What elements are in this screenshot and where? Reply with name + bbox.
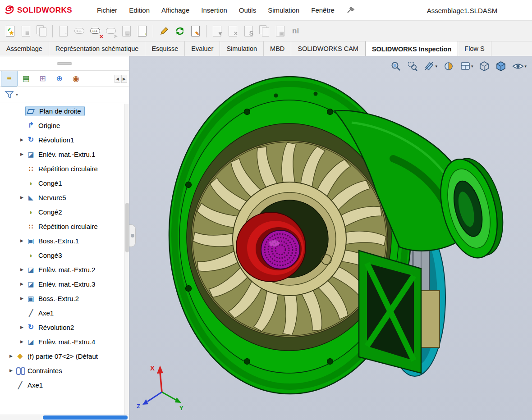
toolbar-separator xyxy=(206,25,206,37)
feature-label: Nervure5 xyxy=(38,194,66,201)
tab-representation-schematique[interactable]: Représentation schématique xyxy=(49,41,146,56)
tree-item-repetition-circulaire1[interactable]: Répétition circulaire xyxy=(0,161,129,176)
doc-pair-icon[interactable] xyxy=(257,23,272,39)
blower-assembly-model[interactable] xyxy=(129,56,532,420)
tree-vertical-scrollbar[interactable] xyxy=(124,104,129,415)
command-manager-tabs: Assemblage Représentation schématique Es… xyxy=(0,41,532,56)
tree-item-enlev-mat-extru4[interactable]: ▶Enlèv. mat.-Extru.4 xyxy=(0,334,129,349)
doc-archive-icon[interactable]: ▣ xyxy=(273,23,288,39)
graphics-viewport[interactable]: ▾ ▾ ▾ xyxy=(129,56,532,420)
tab-property-manager[interactable]: ▤ xyxy=(18,71,34,87)
view-orientation-icon[interactable] xyxy=(495,61,506,72)
tab-solidworks-cam[interactable]: SOLIDWORKS CAM xyxy=(291,41,365,56)
menu-edition[interactable]: Edition xyxy=(123,4,156,17)
tree-item-plan-de-droite[interactable]: Plan de droite xyxy=(0,104,129,118)
panel-resize-strip[interactable] xyxy=(0,56,129,71)
filter-caret-icon[interactable]: ▾ xyxy=(16,92,18,97)
new-inspection-project-icon[interactable]: ✓★ xyxy=(3,23,18,39)
tree-item-axe1-assembly[interactable]: Axe1 xyxy=(0,378,129,391)
tab-simulation[interactable]: Simulation xyxy=(220,41,264,56)
caret-down-icon[interactable]: ▾ xyxy=(435,64,437,68)
scroll-right-icon[interactable]: ▶ xyxy=(121,75,127,83)
cut-extrude-icon xyxy=(27,280,35,288)
expand-arrow-icon[interactable]: ▶ xyxy=(7,368,15,373)
tree-item-conge1[interactable]: Congé1 xyxy=(0,176,129,190)
tab-display-manager[interactable]: ◉ xyxy=(68,71,84,87)
tree-item-boss-extru2[interactable]: ▶Boss.-Extru.2 xyxy=(0,291,129,306)
expand-arrow-icon[interactable]: ▶ xyxy=(18,137,26,142)
expand-arrow-icon[interactable]: ▶ xyxy=(7,354,15,358)
tree-item-conge2[interactable]: Congé2 xyxy=(0,205,129,219)
tree-item-revolution1[interactable]: ▶Révolution1 xyxy=(0,132,129,147)
expand-arrow-icon[interactable]: ▶ xyxy=(18,152,26,156)
feature-label: Enlèv. mat.-Extru.1 xyxy=(38,151,95,158)
panel-grip-handle[interactable] xyxy=(57,62,72,65)
balloon-delete-icon[interactable]: 111× xyxy=(87,23,102,39)
edit-notes-icon[interactable]: ✎ xyxy=(188,23,203,39)
display-style-icon[interactable] xyxy=(479,61,490,72)
tree-item-origine[interactable]: Origine xyxy=(0,118,129,132)
scroll-left-icon[interactable]: ◀ xyxy=(115,75,120,83)
menu-fichier[interactable]: Fichier xyxy=(91,4,123,17)
menu-affichage[interactable]: Affichage xyxy=(156,4,195,17)
tab-solidworks-inspection[interactable]: SOLIDWORKS Inspection xyxy=(365,41,458,56)
tree-item-enlev-mat-extru1[interactable]: ▶Enlèv. mat.-Extru.1 xyxy=(0,147,129,161)
expand-arrow-icon[interactable]: ▶ xyxy=(18,296,26,301)
project-properties-icon[interactable]: ≣ xyxy=(18,23,33,39)
caret-down-icon[interactable]: ▾ xyxy=(524,64,527,68)
refresh-sync-icon[interactable] xyxy=(172,23,187,39)
panel-collapse-handle[interactable] xyxy=(129,224,136,247)
tab-esquisse[interactable]: Esquisse xyxy=(145,41,185,56)
doc-delete-icon[interactable]: × xyxy=(225,23,240,39)
tab-configuration-manager[interactable]: ⊞ xyxy=(34,71,51,87)
tree-item-contraintes[interactable]: ▶Contraintes xyxy=(0,363,129,378)
tree-item-nervure5[interactable]: ▶Nervure5 xyxy=(0,190,129,205)
tree-item-repetition-circulaire2[interactable]: Répétition circulaire xyxy=(0,219,129,233)
tree-item-partie-07[interactable]: ▶(f) partie 07<2> (Défaut xyxy=(0,349,129,363)
expand-arrow-icon[interactable]: ▶ xyxy=(18,339,26,344)
filter-funnel-icon[interactable] xyxy=(5,91,14,99)
tree-item-conge3[interactable]: Congé3 xyxy=(0,248,129,262)
zoom-to-area-icon[interactable] xyxy=(407,61,418,72)
expand-arrow-icon[interactable]: ▶ xyxy=(18,238,26,243)
expand-arrow-icon[interactable]: ▶ xyxy=(18,325,26,329)
balloon-111-icon[interactable]: 111 xyxy=(72,23,87,39)
export-pdf-icon[interactable]: ▾ xyxy=(210,23,225,39)
duplicate-project-icon[interactable] xyxy=(34,23,49,39)
menu-simulation[interactable]: Simulation xyxy=(262,4,305,17)
tab-assemblage[interactable]: Assemblage xyxy=(0,41,49,56)
balloon-select-icon[interactable]: ➤ xyxy=(103,23,118,39)
tree-item-axe1[interactable]: Axe1 xyxy=(0,306,129,320)
tree-item-boss-extru1[interactable]: ▶Boss.-Extru.1 xyxy=(0,233,129,248)
caret-down-icon[interactable]: ▾ xyxy=(471,64,473,68)
table-grid-icon[interactable]: ▤ xyxy=(119,23,134,39)
tree-item-revolution2[interactable]: ▶Révolution2 xyxy=(0,320,129,334)
pin-menu-icon[interactable] xyxy=(347,5,356,15)
edit-appearance-icon[interactable] xyxy=(443,61,454,72)
vertical-scroll-thumb[interactable] xyxy=(125,203,129,252)
tree-horizontal-scrollbar[interactable] xyxy=(0,415,129,420)
tab-evaluer[interactable]: Evaluer xyxy=(185,41,220,56)
document-title: Assemblage1.SLDASM xyxy=(392,0,532,21)
expand-arrow-icon[interactable]: ▶ xyxy=(18,282,26,286)
tab-mbd[interactable]: MBD xyxy=(264,41,291,56)
export-report-icon[interactable]: → xyxy=(135,23,150,39)
tab-dimxpert-manager[interactable]: ⊕ xyxy=(51,71,68,87)
section-view-icon[interactable]: ▾ xyxy=(424,61,437,72)
menu-insertion[interactable]: Insertion xyxy=(195,4,233,17)
hide-show-items-eye-icon[interactable]: ▾ xyxy=(512,61,527,72)
view-settings-icon[interactable]: ▾ xyxy=(460,61,473,72)
tab-feature-manager-tree[interactable]: ≡ xyxy=(1,71,18,87)
expand-arrow-icon[interactable]: ▶ xyxy=(18,195,26,200)
zoom-to-fit-icon[interactable] xyxy=(390,61,401,72)
tree-item-enlev-mat-extru3[interactable]: ▶Enlèv. mat.-Extru.3 xyxy=(0,277,129,291)
horizontal-scroll-thumb[interactable] xyxy=(43,415,128,420)
balloon-edit-icon[interactable]: ◦ xyxy=(56,23,71,39)
doc-sws-icon[interactable]: S xyxy=(241,23,256,39)
edit-pencil-icon[interactable] xyxy=(156,23,171,39)
tree-item-enlev-mat-extru2[interactable]: ▶Enlèv. mat.-Extru.2 xyxy=(0,262,129,277)
tab-flow-simulation[interactable]: Flow S xyxy=(458,41,491,56)
menu-fenetre[interactable]: Fenêtre xyxy=(305,4,340,17)
expand-arrow-icon[interactable]: ▶ xyxy=(18,267,26,272)
menu-outils[interactable]: Outils xyxy=(233,4,262,17)
